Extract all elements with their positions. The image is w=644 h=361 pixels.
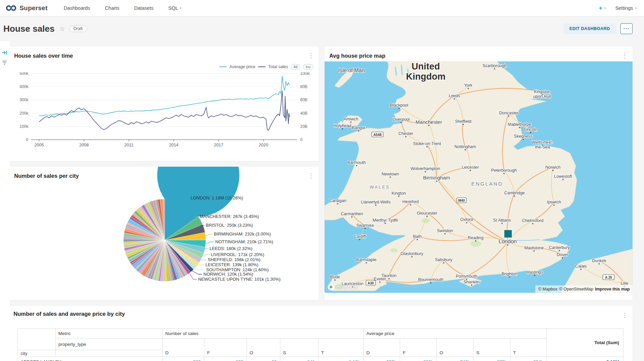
col-header-T: T: [510, 339, 547, 357]
x-axis-tick: 2005: [34, 143, 44, 147]
value-cell[interactable]: 202k: [400, 357, 437, 361]
chart-title: Avg house price map: [329, 53, 385, 59]
map-place-label: Glastonbury: [400, 251, 423, 256]
map-island-label: Isle of Man: [338, 67, 365, 73]
y-axis-right-tick: 0: [300, 137, 303, 142]
legend-label-average-price[interactable]: Average price: [229, 64, 255, 69]
legend-inv-button[interactable]: Inv: [303, 64, 313, 70]
y-axis-left-tick: 100k: [20, 124, 29, 129]
metric-header: Metric: [56, 329, 163, 339]
value-cell[interactable]: 539: [163, 357, 204, 361]
pie-slice-label[interactable]: LIVERPOOL: 171k (2.20%): [211, 252, 264, 257]
map-place-label: Kingstonupon Hull: [533, 89, 551, 99]
map-place-label: Dunkirk: [592, 258, 607, 263]
blank-cell: [56, 350, 163, 357]
map-place-label: Chelmsford: [522, 218, 543, 223]
legend-line-total-sales: [258, 66, 265, 67]
y-axis-left-tick: 200k: [20, 111, 29, 116]
favorite-star-icon[interactable]: ☆: [59, 25, 65, 33]
col-header-D: D: [163, 339, 204, 357]
col-header-D: D: [364, 339, 400, 357]
chart-menu-icon[interactable]: ⋮: [622, 313, 628, 317]
map-place-label: Shanklin: [464, 280, 480, 284]
mapbox-wordmark: mapbox: [336, 284, 358, 290]
new-item-button[interactable]: +▾: [599, 5, 606, 12]
attrib-improve-link[interactable]: Improve this map: [595, 287, 630, 291]
group-header-number-of-sales: Number of sales: [163, 329, 364, 339]
map-place-label: Kington: [392, 191, 406, 196]
pie-callout-line: [200, 260, 206, 260]
chart-title: Number of sales and average price by cit…: [13, 311, 125, 317]
nav-item-sql[interactable]: SQL▾: [168, 5, 181, 11]
value-cell[interactable]: 635: [204, 357, 247, 361]
map-place-label: Bath: [413, 234, 422, 239]
map-place-label: Cardigan: [329, 198, 346, 203]
value-cell[interactable]: 841: [280, 357, 318, 361]
legend-label-total-sales[interactable]: Total sales: [268, 64, 288, 69]
settings-menu[interactable]: Settings▾: [615, 5, 637, 11]
pie-slice-label[interactable]: MANCHESTER: 267k (3.45%): [200, 214, 259, 219]
nav-item-datasets[interactable]: Datasets: [134, 5, 153, 11]
map-place-label: Amlwch: [343, 117, 358, 121]
row-total-cell[interactable]: 2.18M: [547, 357, 623, 361]
mapbox-logo[interactable]: mapbox: [327, 283, 358, 291]
row-header-city[interactable]: ABBOTS LANGLEY: [18, 357, 163, 361]
edit-dashboard-button[interactable]: EDIT DASHBOARD: [564, 23, 616, 34]
value-cell[interactable]: 1.12k: [318, 357, 364, 361]
nav-item-dashboards[interactable]: Dashboards: [64, 5, 90, 11]
map-place-label: Barnstaple: [356, 257, 376, 262]
chart-menu-icon[interactable]: ⋮: [308, 53, 314, 58]
value-cell[interactable]: 555k: [364, 357, 400, 361]
pie-slice-label[interactable]: BIRMINGHAM: 232k (3.00%): [214, 231, 271, 237]
y-axis-left-tick: 300k: [20, 98, 29, 102]
map-place-label: Merthyr Tydfil: [373, 218, 398, 223]
value-cell[interactable]: 746k: [437, 357, 474, 361]
pie-slice-label[interactable]: NOTTINGHAM: 210k (2.71%): [215, 239, 273, 244]
map-place-label: Reading: [468, 235, 484, 240]
chevron-down-icon: ▾: [635, 6, 637, 10]
map-attribution: © Mapbox © OpenStreetMap Improve this ma…: [535, 285, 633, 293]
dashboard-more-button[interactable]: ···: [620, 23, 633, 34]
y-axis-right-tick: 60B: [300, 98, 307, 102]
pie-slice-label[interactable]: BRISTOL: 250k (3.23%): [206, 223, 253, 228]
map-place-label: Blackpool: [390, 103, 408, 108]
series-line-average-price[interactable]: [39, 76, 290, 116]
y-axis-right-tick: 40B: [300, 111, 307, 116]
filter-icon[interactable]: [2, 60, 8, 65]
pie-slice-label[interactable]: LEEDS: 180k (2.32%): [209, 246, 252, 251]
series-line-total-sales[interactable]: [39, 91, 290, 131]
pie-slice-label[interactable]: SHEFFIELD: 156k (2.01%): [208, 257, 260, 262]
legend-line-average-price: [219, 66, 227, 67]
pie-slice-label[interactable]: LONDON: 1.18M (15.26%): [191, 195, 243, 200]
pie-slice-label[interactable]: NORWICH: 120k (1.54%): [203, 272, 253, 277]
map-place-label: Leeds: [449, 93, 460, 98]
col-header-T: T: [318, 339, 364, 357]
attrib-osm[interactable]: © OpenStreetMap: [559, 287, 593, 291]
nav-item-charts[interactable]: Charts: [105, 5, 119, 11]
dashboard-header: House sales ☆ Draft EDIT DASHBOARD ···: [0, 16, 644, 41]
value-cell[interactable]: 26: [247, 357, 280, 361]
map-region-label: WALES: [370, 185, 390, 190]
map-place-label: Portsmouth: [456, 274, 477, 279]
map-place-label: Maidstone: [524, 246, 544, 250]
map-place-label: Lincoln: [524, 127, 537, 132]
map-canvas[interactable]: ScarboroughYorkLeedsKingstonupon HullBla…: [325, 61, 633, 293]
map-place-label: Peterborough: [491, 168, 517, 173]
attrib-mapbox[interactable]: © Mapbox: [538, 287, 557, 291]
pie-slice-label[interactable]: NEWCASTLE UPON TYNE: 101k (1.30%): [198, 277, 281, 282]
chart-panel-avg-house-price-map: Avg house price map ⋮ ScarboroughYorkLee…: [325, 47, 633, 300]
chart-panel-sales-per-city: Number of sales per city ⋮ LONDON: 1.18M…: [9, 167, 319, 300]
legend-all-button[interactable]: All: [291, 64, 300, 70]
pie-slice-label[interactable]: LEICESTER: 139k (1.80%): [205, 262, 258, 267]
pie-callout-line: [198, 265, 204, 265]
map-place-label: St Albans: [493, 218, 511, 223]
map-place-label: Wolverhampton: [411, 166, 440, 171]
expand-filters-icon[interactable]: [2, 50, 8, 55]
timeseries-chart[interactable]: 00100k20B200k40B300k60B400k80B500k100B20…: [9, 72, 319, 160]
chart-menu-icon[interactable]: ⋮: [622, 53, 628, 58]
value-cell[interactable]: 294k: [510, 357, 547, 361]
map-place-label: Skegness: [514, 134, 533, 139]
superset-logo[interactable]: Superset: [5, 4, 48, 12]
map-marker-london[interactable]: [504, 230, 512, 238]
value-cell[interactable]: 379k: [474, 357, 510, 361]
